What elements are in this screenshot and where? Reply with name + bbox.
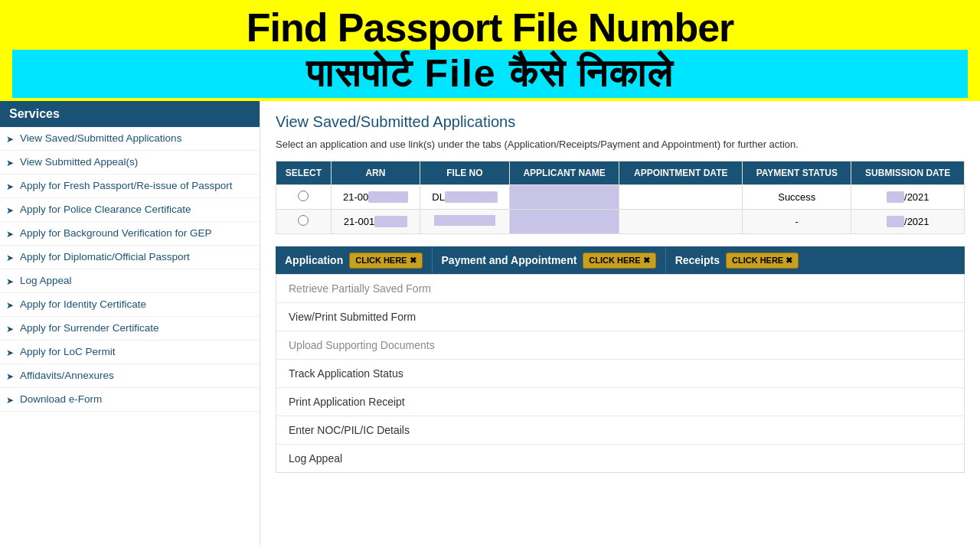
submission-date-cell: XX/2021: [851, 210, 965, 234]
appointment-date-cell: [619, 185, 743, 210]
table-header-applicant-name: APPLICANT NAME: [509, 161, 619, 185]
sidebar-item-label: Apply for Surrender Certificate: [20, 322, 159, 334]
select-radio[interactable]: [298, 191, 309, 201]
sidebar-item-affidavits[interactable]: ➤Affidavits/Annexures: [0, 364, 260, 388]
arrow-icon: ➤: [6, 324, 14, 334]
payment-status-cell: Success: [743, 185, 851, 210]
tab-section-application: Application CLICK HERE ✖: [276, 246, 433, 274]
arrow-icon: ➤: [6, 181, 14, 192]
banner: Find Passport File Number पासपोर्ट File …: [0, 0, 980, 101]
appointment-date-cell: [619, 210, 743, 234]
table-header-arn: ARN: [331, 161, 420, 185]
arrow-icon: ➤: [6, 276, 14, 287]
tab-click-btn-application[interactable]: CLICK HERE ✖: [349, 253, 422, 269]
tab-click-btn-receipts[interactable]: CLICK HERE ✖: [726, 253, 799, 269]
arrow-icon: ➤: [6, 371, 14, 382]
sidebar-items: ➤View Saved/Submitted Applications➤View …: [0, 127, 260, 412]
arn-cell: 21-001XXXX: [331, 210, 420, 234]
payment-status-cell: -: [743, 210, 851, 234]
sidebar-header: Services: [0, 101, 260, 127]
table-header-select: SELECT: [276, 161, 332, 185]
arrow-icon: ➤: [6, 253, 14, 263]
sidebar-item-apply-identity[interactable]: ➤Apply for Identity Certificate: [0, 293, 260, 317]
sidebar-item-apply-police[interactable]: ➤Apply for Police Clearance Certificate: [0, 198, 260, 222]
tab-label-receipts: Receipts: [675, 246, 726, 274]
table-row: 21-00XXXXXDLXXXXXXXSuccessXX/2021: [276, 185, 965, 210]
sidebar-item-label: Apply for Fresh Passport/Re-issue of Pas…: [20, 180, 233, 191]
sidebar-item-label: Apply for Background Verification for GE…: [20, 227, 212, 239]
sidebar-item-label: Apply for Identity Certificate: [20, 298, 146, 310]
tab-section-payment: Payment and Appointment CLICK HERE ✖: [433, 246, 666, 274]
tab-section-receipts: Receipts CLICK HERE ✖: [666, 246, 808, 274]
content-area: View Saved/Submitted Applications Select…: [260, 101, 980, 545]
submission-date-blur: XX: [887, 216, 904, 227]
sidebar-item-label: Apply for Police Clearance Certificate: [20, 204, 191, 215]
sidebar-item-view-appeal[interactable]: ➤View Submitted Appeal(s): [0, 151, 260, 174]
table-header-appointment-date: APPOINTMENT DATE: [619, 161, 743, 185]
select-cell[interactable]: [276, 185, 332, 210]
sidebar-item-apply-surrender[interactable]: ➤Apply for Surrender Certificate: [0, 317, 260, 341]
table-header-payment-status: PAYMENT STATUS: [743, 161, 851, 185]
table-header-submission-date: SUBMISSION DATE: [851, 161, 965, 185]
tab-label-payment: Payment and Appointment: [442, 246, 583, 274]
arrow-icon: ➤: [6, 205, 14, 216]
arn-cell: 21-00XXXXX: [331, 185, 420, 210]
table-header-row: SELECTARNFILE NOAPPLICANT NAMEAPPOINTMEN…: [276, 161, 965, 185]
arrow-icon: ➤: [6, 395, 14, 406]
select-radio[interactable]: [298, 215, 309, 226]
sidebar-item-apply-background[interactable]: ➤Apply for Background Verification for G…: [0, 222, 260, 246]
applicant-name-cell: [509, 185, 619, 210]
sidebar-item-apply-loc[interactable]: ➤Apply for LoC Permit: [0, 341, 260, 364]
sidebar-item-download-eform[interactable]: ➤Download e-Form: [0, 388, 260, 412]
select-cell[interactable]: [276, 210, 332, 234]
tab-label-application: Application: [285, 246, 349, 274]
table-header-file-no: FILE NO: [420, 161, 509, 185]
tab-click-btn-payment[interactable]: CLICK HERE ✖: [583, 253, 655, 269]
action-item-upload: Upload Supporting Documents: [276, 331, 964, 360]
table-body: 21-00XXXXXDLXXXXXXXSuccessXX/202121-001X…: [276, 185, 965, 234]
sidebar-item-label: Apply for Diplomatic/Official Passport: [20, 251, 190, 262]
sidebar-item-label: Log Appeal: [20, 275, 72, 286]
banner-hindi: पासपोर्ट File कैसे निकाले: [12, 50, 968, 98]
sidebar-item-log-appeal[interactable]: ➤Log Appeal: [0, 269, 260, 293]
fileno-value: DLXXXXXXX: [432, 191, 497, 203]
sidebar-item-apply-diplomatic[interactable]: ➤Apply for Diplomatic/Official Passport: [0, 246, 260, 269]
fileno-blur: [434, 215, 495, 226]
action-item-retrieve: Retrieve Partially Saved Form: [276, 275, 964, 303]
arn-value: 21-00XXXXX: [343, 191, 408, 203]
fileno-cell: [420, 210, 509, 234]
arrow-icon: ➤: [6, 229, 14, 240]
main-layout: Services ➤View Saved/Submitted Applicati…: [0, 101, 980, 545]
applicant-name-cell: [509, 210, 619, 234]
arn-value: 21-001XXXX: [344, 216, 407, 227]
table-row: 21-001XXXX-XX/2021: [276, 210, 965, 234]
submission-date-cell: XX/2021: [851, 185, 965, 210]
banner-title: Find Passport File Number: [12, 6, 968, 50]
arrow-icon: ➤: [6, 158, 14, 168]
tabs-bar: Application CLICK HERE ✖ Payment and App…: [276, 246, 965, 274]
arrow-icon: ➤: [6, 347, 14, 358]
action-list: Retrieve Partially Saved FormView/Print …: [276, 274, 965, 473]
arrow-icon: ➤: [6, 300, 14, 311]
fileno-cell: DLXXXXXXX: [420, 185, 509, 210]
sidebar-item-label: Apply for LoC Permit: [20, 346, 116, 357]
sidebar: Services ➤View Saved/Submitted Applicati…: [0, 101, 260, 545]
arrow-icon: ➤: [6, 134, 14, 145]
applications-table: SELECTARNFILE NOAPPLICANT NAMEAPPOINTMEN…: [276, 161, 965, 234]
submission-date-blur: XX: [887, 191, 904, 203]
sidebar-item-label: View Submitted Appeal(s): [20, 156, 138, 168]
action-item-track[interactable]: Track Application Status: [276, 360, 964, 388]
content-title: View Saved/Submitted Applications: [276, 113, 965, 131]
sidebar-item-label: Affidavits/Annexures: [20, 370, 114, 381]
content-description: Select an application and use link(s) un…: [276, 139, 965, 150]
action-item-enter-noc[interactable]: Enter NOC/PIL/IC Details: [276, 416, 964, 445]
sidebar-item-view-saved[interactable]: ➤View Saved/Submitted Applications: [0, 127, 260, 151]
sidebar-item-apply-fresh[interactable]: ➤Apply for Fresh Passport/Re-issue of Pa…: [0, 174, 260, 198]
action-item-log-appeal-action[interactable]: Log Appeal: [276, 445, 964, 472]
applicant-name-blur: [537, 215, 591, 226]
action-item-view-print[interactable]: View/Print Submitted Form: [276, 303, 964, 331]
sidebar-item-label: Download e-Form: [20, 393, 102, 405]
applicant-name-blur: [537, 191, 591, 201]
action-item-print-receipt[interactable]: Print Application Receipt: [276, 388, 964, 416]
sidebar-item-label: View Saved/Submitted Applications: [20, 132, 181, 144]
